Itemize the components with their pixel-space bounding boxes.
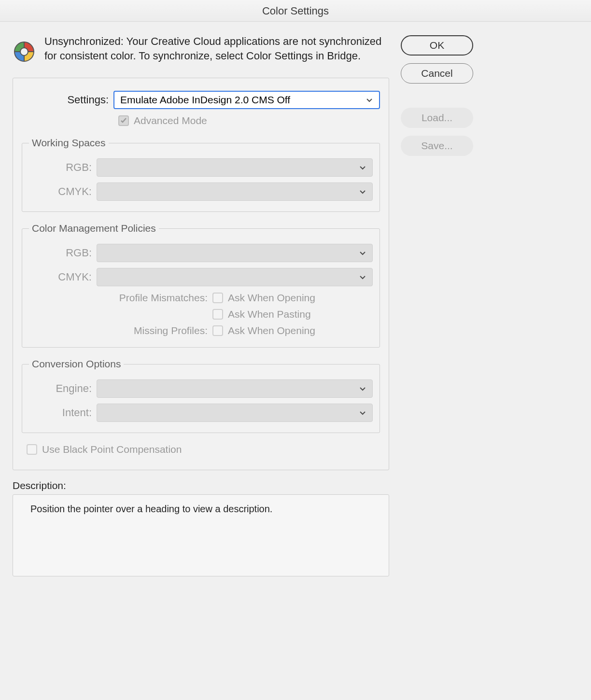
mismatch-ask-pasting-checkbox[interactable] <box>212 309 223 320</box>
svg-point-0 <box>20 48 28 56</box>
description-label: Description: <box>13 480 389 491</box>
load-button[interactable]: Load... <box>401 108 473 128</box>
chevron-down-icon <box>359 409 366 417</box>
sync-message: Unsynchronized: Your Creative Cloud appl… <box>44 34 382 63</box>
mismatch-ask-opening-checkbox[interactable] <box>212 293 223 303</box>
save-button[interactable]: Save... <box>401 136 473 156</box>
chevron-down-icon <box>359 385 366 392</box>
window-title: Color Settings <box>0 0 591 22</box>
working-spaces-group: Working Spaces RGB: CMYK: <box>22 137 380 212</box>
chevron-down-icon <box>359 249 366 257</box>
pol-rgb-select[interactable] <box>97 244 373 262</box>
main-panel: Settings: Emulate Adobe InDesign 2.0 CMS… <box>13 78 389 470</box>
working-spaces-legend: Working Spaces <box>29 137 109 149</box>
settings-label: Settings: <box>22 94 113 106</box>
cancel-button[interactable]: Cancel <box>401 63 473 84</box>
policies-legend: Color Management Policies <box>29 223 159 234</box>
chevron-down-icon <box>359 188 366 196</box>
black-point-checkbox[interactable] <box>27 444 37 455</box>
chevron-down-icon <box>359 164 366 171</box>
pol-cmyk-label: CMYK: <box>29 271 97 283</box>
mismatch-ask-opening-label: Ask When Opening <box>228 292 315 304</box>
advanced-mode-label: Advanced Mode <box>134 115 207 126</box>
mismatch-ask-pasting-label: Ask When Pasting <box>228 308 311 320</box>
chevron-down-icon <box>366 96 373 104</box>
intent-label: Intent: <box>29 406 97 419</box>
pol-rgb-label: RGB: <box>29 247 97 259</box>
ws-rgb-label: RGB: <box>29 161 97 174</box>
description-text: Position the pointer over a heading to v… <box>30 504 272 514</box>
ws-cmyk-select[interactable] <box>97 182 373 201</box>
advanced-mode-checkbox[interactable] <box>118 115 129 126</box>
settings-value: Emulate Adobe InDesign 2.0 CMS Off <box>120 94 290 106</box>
intent-select[interactable] <box>97 404 373 422</box>
missing-ask-opening-checkbox[interactable] <box>212 325 223 336</box>
settings-select[interactable]: Emulate Adobe InDesign 2.0 CMS Off <box>113 91 380 109</box>
conversion-legend: Conversion Options <box>29 358 124 370</box>
sync-icon <box>13 40 36 63</box>
color-management-policies-group: Color Management Policies RGB: CMYK: <box>22 223 380 348</box>
conversion-options-group: Conversion Options Engine: Intent: <box>22 358 380 433</box>
ok-button[interactable]: OK <box>401 35 473 56</box>
ws-cmyk-label: CMYK: <box>29 185 97 198</box>
engine-label: Engine: <box>29 382 97 395</box>
missing-profiles-label: Missing Profiles: <box>29 325 212 336</box>
ws-rgb-select[interactable] <box>97 158 373 177</box>
chevron-down-icon <box>359 273 366 281</box>
black-point-label: Use Black Point Compensation <box>42 444 182 455</box>
engine-select[interactable] <box>97 379 373 398</box>
profile-mismatches-label: Profile Mismatches: <box>29 292 212 304</box>
missing-ask-opening-label: Ask When Opening <box>228 325 315 336</box>
pol-cmyk-select[interactable] <box>97 268 373 286</box>
description-box: Position the pointer over a heading to v… <box>13 494 389 576</box>
